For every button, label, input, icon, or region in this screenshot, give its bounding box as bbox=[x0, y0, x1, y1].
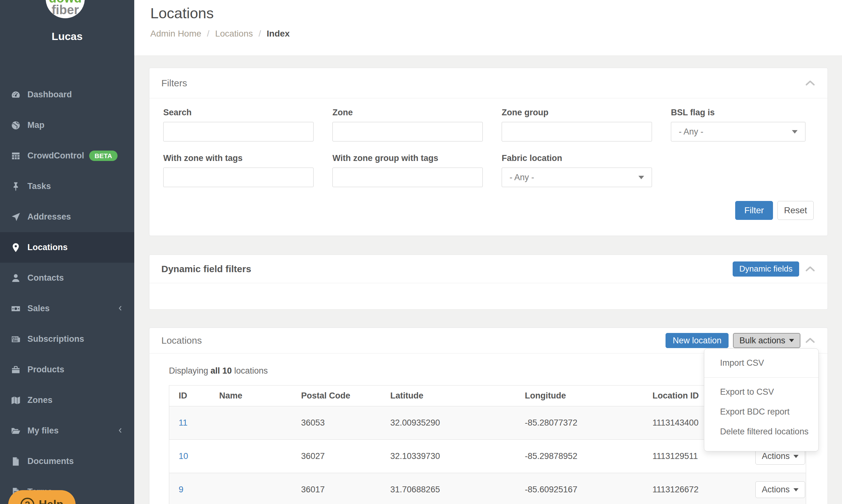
bulk-actions-label: Bulk actions bbox=[739, 336, 785, 345]
zone-group-tags-label: With zone group with tags bbox=[333, 154, 483, 163]
map-marker-icon bbox=[11, 242, 21, 253]
sidebar-item-products[interactable]: Products bbox=[0, 354, 134, 385]
sidebar-item-label: Sales bbox=[28, 304, 50, 313]
sidebar-item-zones[interactable]: Zones bbox=[0, 385, 134, 415]
collapse-chevron-icon[interactable] bbox=[805, 79, 816, 87]
caret-down-icon bbox=[792, 130, 798, 133]
question-circle-icon: ? bbox=[20, 498, 34, 504]
logo-text-bottom: fiber bbox=[52, 4, 79, 16]
sidebar-item-label: CrowdControl bbox=[28, 151, 84, 161]
company-logo[interactable]: dowd fiber bbox=[46, 0, 85, 18]
folder-open-icon bbox=[11, 426, 21, 436]
search-label: Search bbox=[163, 108, 313, 118]
results-count: all 10 bbox=[211, 366, 232, 376]
sidebar-item-addresses[interactable]: Addresses bbox=[0, 202, 134, 232]
sidebar-item-sales[interactable]: Sales bbox=[0, 293, 134, 324]
cell-postal-code: 36027 bbox=[292, 440, 381, 473]
menu-item-delete-filtered[interactable]: Delete filtered locations bbox=[704, 422, 818, 442]
cell-latitude: 32.00935290 bbox=[381, 406, 516, 440]
dynamic-fields-button[interactable]: Dynamic fields bbox=[733, 262, 799, 276]
sidebar-item-subscriptions[interactable]: Subscriptions bbox=[0, 324, 134, 354]
sidebar-item-label: Tasks bbox=[28, 181, 51, 191]
sidebar-item-crowdcontrol[interactable]: CrowdControl BETA bbox=[0, 141, 134, 171]
col-header-id: ID bbox=[169, 385, 210, 406]
row-id-link[interactable]: 10 bbox=[179, 451, 188, 461]
menu-item-import-csv[interactable]: Import CSV bbox=[704, 353, 818, 373]
sidebar-item-label: My files bbox=[28, 426, 59, 436]
chevron-left-icon bbox=[117, 426, 124, 436]
new-location-button[interactable]: New location bbox=[665, 333, 729, 348]
menu-divider bbox=[704, 377, 818, 378]
row-actions-button[interactable]: Actions bbox=[755, 481, 805, 498]
dynamic-filters-body bbox=[149, 283, 827, 309]
filter-button[interactable]: Filter bbox=[735, 201, 773, 220]
breadcrumb-locations[interactable]: Locations bbox=[215, 29, 253, 39]
cell-name bbox=[210, 473, 292, 504]
collapse-chevron-icon[interactable] bbox=[805, 337, 816, 344]
zone-group-input[interactable] bbox=[502, 122, 652, 141]
sidebar-item-my-files[interactable]: My files bbox=[0, 415, 134, 446]
bsl-flag-value: - Any - bbox=[679, 127, 703, 137]
cell-latitude: 31.70688265 bbox=[381, 473, 516, 504]
newspaper-icon bbox=[11, 334, 21, 345]
row-id-link[interactable]: 11 bbox=[179, 418, 187, 428]
dynamic-filters-heading: Dynamic field filters Dynamic fields bbox=[149, 255, 827, 283]
sidebar-item-map[interactable]: Map bbox=[0, 110, 134, 141]
user-name: Lucas bbox=[0, 30, 134, 42]
col-header-longitude: Longitude bbox=[516, 385, 643, 406]
menu-item-export-csv[interactable]: Export to CSV bbox=[704, 382, 818, 402]
breadcrumb-admin-home[interactable]: Admin Home bbox=[150, 29, 201, 39]
bsl-flag-select[interactable]: - Any - bbox=[671, 122, 805, 141]
cell-name bbox=[210, 440, 292, 473]
filters-panel-title: Filters bbox=[161, 78, 187, 89]
reset-button[interactable]: Reset bbox=[777, 201, 814, 220]
zone-tags-field-group: With zone with tags bbox=[163, 154, 313, 187]
sidebar-item-label: Map bbox=[28, 120, 44, 130]
row-id-link[interactable]: 9 bbox=[179, 485, 183, 494]
bsl-flag-field-group: BSL flag is - Any - bbox=[671, 108, 805, 141]
filters-panel: Filters Search Zone Zone group bbox=[149, 68, 828, 236]
thumbtack-icon bbox=[11, 181, 21, 192]
zone-group-tags-field-group: With zone group with tags bbox=[333, 154, 483, 187]
page-header: Locations Admin Home / Locations / Index bbox=[134, 0, 842, 56]
collapse-chevron-icon[interactable] bbox=[805, 265, 816, 273]
user-icon bbox=[11, 273, 21, 284]
dynamic-filters-panel: Dynamic field filters Dynamic fields bbox=[149, 254, 828, 310]
zone-group-label: Zone group bbox=[502, 108, 652, 118]
caret-down-icon bbox=[793, 455, 799, 458]
search-input[interactable] bbox=[163, 122, 313, 141]
zone-tags-input[interactable] bbox=[163, 167, 313, 187]
fabric-location-select[interactable]: - Any - bbox=[502, 167, 652, 187]
caret-down-icon bbox=[639, 176, 644, 179]
caret-down-icon bbox=[793, 488, 799, 491]
help-button-label: Help bbox=[39, 498, 63, 504]
zone-tags-label: With zone with tags bbox=[163, 154, 313, 163]
file-icon bbox=[11, 456, 21, 467]
sidebar-nav: Dashboard Map CrowdControl BETA Tasks bbox=[0, 79, 134, 504]
cell-longitude: -85.29878952 bbox=[516, 440, 643, 473]
sidebar-item-dashboard[interactable]: Dashboard bbox=[0, 79, 134, 110]
sidebar-item-documents[interactable]: Documents bbox=[0, 446, 134, 476]
briefcase-icon bbox=[11, 364, 21, 375]
table-row: 9 36017 31.70688265 -85.60925167 1113126… bbox=[169, 473, 806, 504]
sidebar-item-contacts[interactable]: Contacts bbox=[0, 263, 134, 293]
col-header-name: Name bbox=[210, 385, 292, 406]
menu-item-export-bdc[interactable]: Export BDC report bbox=[704, 402, 818, 422]
bulk-actions-button[interactable]: Bulk actions bbox=[733, 333, 801, 348]
beta-badge: BETA bbox=[89, 150, 118, 161]
sidebar-item-locations[interactable]: Locations bbox=[0, 232, 134, 263]
zone-group-tags-input[interactable] bbox=[333, 167, 483, 187]
locations-panel: Locations New location Bulk actions Impo… bbox=[149, 328, 828, 504]
sidebar-item-tasks[interactable]: Tasks bbox=[0, 171, 134, 202]
sidebar-item-label: Subscriptions bbox=[28, 334, 84, 344]
cell-postal-code: 36053 bbox=[292, 406, 381, 440]
cell-location-id: 1113126672 bbox=[643, 473, 746, 504]
main-content: Filters Search Zone Zone group bbox=[134, 56, 842, 504]
help-button[interactable]: ? Help bbox=[8, 490, 76, 504]
search-field-group: Search bbox=[163, 108, 313, 141]
zone-input[interactable] bbox=[333, 122, 483, 141]
zone-label: Zone bbox=[333, 108, 483, 118]
breadcrumb-separator: / bbox=[207, 29, 210, 39]
breadcrumb: Admin Home / Locations / Index bbox=[150, 29, 842, 39]
col-header-latitude: Latitude bbox=[381, 385, 516, 406]
